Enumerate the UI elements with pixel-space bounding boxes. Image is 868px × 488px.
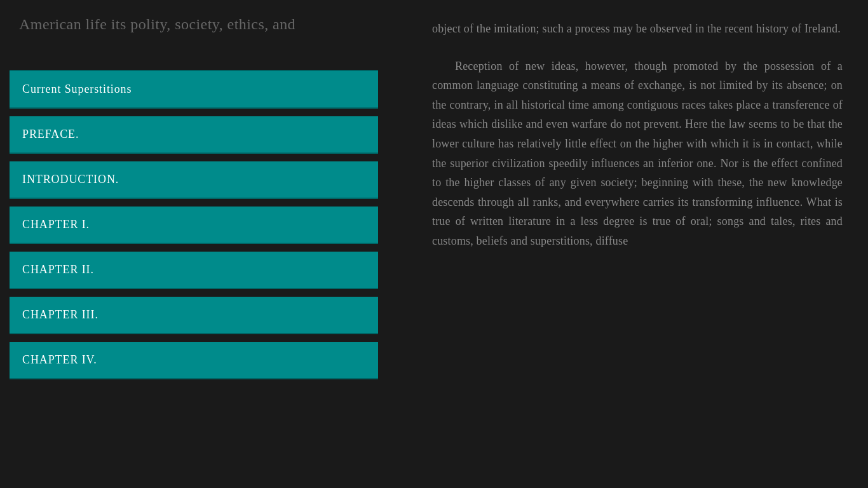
- toc-item-introduction[interactable]: INTRODUCTION.: [10, 161, 378, 199]
- right-paragraph-1: object of the imitation; such a process …: [432, 19, 843, 39]
- toc-gap-2: [10, 154, 378, 161]
- toc-gap-1: [10, 109, 378, 116]
- left-text-line1: American life its polity, society, ethic…: [19, 13, 388, 36]
- toc-item-current-superstitions[interactable]: Current Superstitions: [10, 70, 378, 109]
- toc-overlay: Current Superstitions PREFACE. INTRODUCT…: [10, 70, 378, 379]
- left-background-text: American life its polity, society, ethic…: [0, 0, 407, 53]
- toc-item-preface[interactable]: PREFACE.: [10, 116, 378, 154]
- toc-item-chapter-3[interactable]: CHAPTER III.: [10, 297, 378, 334]
- toc-gap-4: [10, 244, 378, 252]
- right-paragraph-2: Reception of new ideas, however, though …: [432, 57, 843, 251]
- right-panel: object of the imitation; such a process …: [407, 0, 868, 488]
- toc-item-chapter-1[interactable]: CHAPTER I.: [10, 207, 378, 244]
- toc-gap-3: [10, 199, 378, 207]
- toc-gap-6: [10, 334, 378, 342]
- toc-item-chapter-4[interactable]: CHAPTER IV.: [10, 342, 378, 379]
- toc-item-chapter-2[interactable]: CHAPTER II.: [10, 252, 378, 289]
- left-panel: American life its polity, society, ethic…: [0, 0, 407, 488]
- toc-gap-5: [10, 289, 378, 297]
- page-container: American life its polity, society, ethic…: [0, 0, 868, 488]
- right-text-content: object of the imitation; such a process …: [432, 19, 843, 251]
